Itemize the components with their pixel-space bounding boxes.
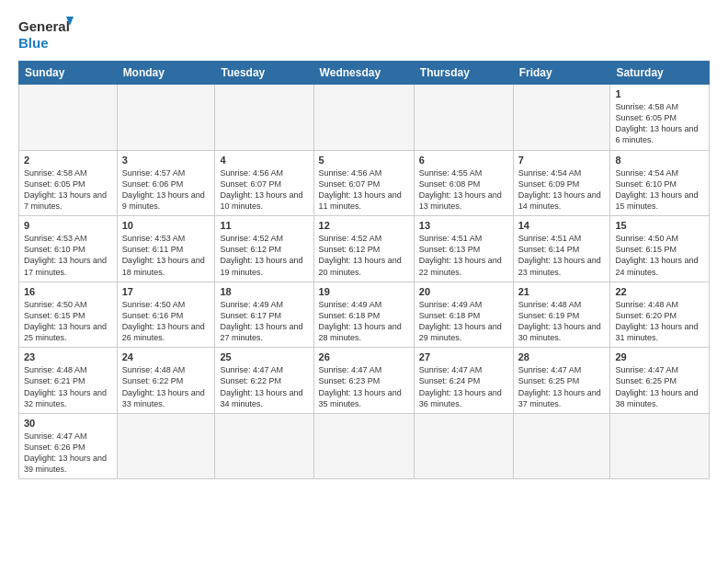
day-info: Sunrise: 4:49 AM Sunset: 6:18 PM Dayligh… [319, 299, 409, 344]
day-info: Sunrise: 4:56 AM Sunset: 6:07 PM Dayligh… [319, 167, 409, 213]
col-tuesday: Tuesday [215, 62, 313, 85]
day-info: Sunrise: 4:48 AM Sunset: 6:22 PM Dayligh… [122, 364, 210, 409]
table-row: 16Sunrise: 4:50 AM Sunset: 6:15 PM Dayli… [19, 282, 118, 348]
day-number: 17 [122, 286, 210, 297]
header: General Blue [18, 15, 710, 53]
day-info: Sunrise: 4:47 AM Sunset: 6:25 PM Dayligh… [615, 364, 704, 409]
day-number: 8 [615, 155, 704, 166]
day-info: Sunrise: 4:47 AM Sunset: 6:22 PM Dayligh… [220, 364, 308, 409]
table-row: 27Sunrise: 4:47 AM Sunset: 6:24 PM Dayli… [414, 348, 513, 414]
table-row [313, 85, 414, 151]
day-number: 15 [615, 220, 704, 231]
table-row [215, 85, 313, 151]
day-info: Sunrise: 4:47 AM Sunset: 6:23 PM Dayligh… [319, 364, 409, 409]
table-row: 28Sunrise: 4:47 AM Sunset: 6:25 PM Dayli… [513, 348, 610, 414]
table-row: 6Sunrise: 4:55 AM Sunset: 6:08 PM Daylig… [414, 150, 513, 216]
day-info: Sunrise: 4:54 AM Sunset: 6:10 PM Dayligh… [615, 167, 704, 213]
table-row: 1Sunrise: 4:58 AM Sunset: 6:05 PM Daylig… [610, 85, 710, 151]
table-row: 7Sunrise: 4:54 AM Sunset: 6:09 PM Daylig… [513, 150, 610, 216]
day-number: 13 [419, 220, 508, 231]
table-row: 14Sunrise: 4:51 AM Sunset: 6:14 PM Dayli… [513, 216, 610, 282]
table-row: 3Sunrise: 4:57 AM Sunset: 6:06 PM Daylig… [117, 150, 215, 216]
day-number: 20 [419, 286, 508, 297]
day-info: Sunrise: 4:54 AM Sunset: 6:09 PM Dayligh… [518, 167, 606, 213]
table-row: 30Sunrise: 4:47 AM Sunset: 6:26 PM Dayli… [19, 413, 118, 479]
day-info: Sunrise: 4:53 AM Sunset: 6:11 PM Dayligh… [122, 233, 210, 278]
day-number: 22 [615, 286, 704, 297]
table-row [513, 413, 610, 479]
day-info: Sunrise: 4:55 AM Sunset: 6:08 PM Dayligh… [419, 167, 508, 213]
table-row: 19Sunrise: 4:49 AM Sunset: 6:18 PM Dayli… [313, 282, 414, 348]
table-row [414, 413, 513, 479]
day-number: 24 [122, 351, 210, 362]
table-row [610, 413, 710, 479]
day-number: 25 [220, 351, 308, 362]
day-number: 14 [518, 220, 606, 231]
day-info: Sunrise: 4:48 AM Sunset: 6:19 PM Dayligh… [518, 299, 606, 344]
day-info: Sunrise: 4:51 AM Sunset: 6:14 PM Dayligh… [518, 233, 606, 278]
day-number: 5 [319, 155, 409, 166]
day-info: Sunrise: 4:58 AM Sunset: 6:05 PM Dayligh… [615, 101, 704, 146]
table-row [414, 85, 513, 151]
logo-svg: General Blue [18, 15, 74, 53]
day-number: 21 [518, 286, 606, 297]
day-number: 10 [122, 220, 210, 231]
day-number: 30 [24, 418, 112, 429]
table-row: 18Sunrise: 4:49 AM Sunset: 6:17 PM Dayli… [215, 282, 313, 348]
col-sunday: Sunday [19, 62, 118, 85]
day-number: 19 [319, 286, 409, 297]
table-row: 29Sunrise: 4:47 AM Sunset: 6:25 PM Dayli… [610, 348, 710, 414]
day-number: 28 [518, 351, 606, 362]
day-number: 4 [220, 155, 308, 166]
day-info: Sunrise: 4:50 AM Sunset: 6:15 PM Dayligh… [24, 299, 112, 344]
table-row [215, 413, 313, 479]
day-number: 11 [220, 220, 308, 231]
table-row: 17Sunrise: 4:50 AM Sunset: 6:16 PM Dayli… [117, 282, 215, 348]
day-info: Sunrise: 4:48 AM Sunset: 6:20 PM Dayligh… [615, 299, 704, 344]
table-row: 12Sunrise: 4:52 AM Sunset: 6:12 PM Dayli… [313, 216, 414, 282]
day-info: Sunrise: 4:56 AM Sunset: 6:07 PM Dayligh… [220, 167, 308, 213]
table-row [513, 85, 610, 151]
day-number: 23 [24, 351, 112, 362]
day-number: 3 [122, 155, 210, 166]
day-number: 16 [24, 286, 112, 297]
logo: General Blue [18, 15, 74, 53]
table-row: 5Sunrise: 4:56 AM Sunset: 6:07 PM Daylig… [313, 150, 414, 216]
table-row: 10Sunrise: 4:53 AM Sunset: 6:11 PM Dayli… [117, 216, 215, 282]
day-info: Sunrise: 4:52 AM Sunset: 6:12 PM Dayligh… [220, 233, 308, 278]
table-row: 22Sunrise: 4:48 AM Sunset: 6:20 PM Dayli… [610, 282, 710, 348]
day-info: Sunrise: 4:58 AM Sunset: 6:05 PM Dayligh… [24, 167, 112, 213]
day-info: Sunrise: 4:51 AM Sunset: 6:13 PM Dayligh… [419, 233, 508, 278]
table-row: 11Sunrise: 4:52 AM Sunset: 6:12 PM Dayli… [215, 216, 313, 282]
table-row [117, 85, 215, 151]
table-row: 24Sunrise: 4:48 AM Sunset: 6:22 PM Dayli… [117, 348, 215, 414]
day-info: Sunrise: 4:49 AM Sunset: 6:17 PM Dayligh… [220, 299, 308, 344]
svg-text:General: General [18, 18, 70, 34]
day-info: Sunrise: 4:47 AM Sunset: 6:25 PM Dayligh… [518, 364, 606, 409]
table-row: 9Sunrise: 4:53 AM Sunset: 6:10 PM Daylig… [19, 216, 118, 282]
table-row: 25Sunrise: 4:47 AM Sunset: 6:22 PM Dayli… [215, 348, 313, 414]
table-row: 26Sunrise: 4:47 AM Sunset: 6:23 PM Dayli… [313, 348, 414, 414]
day-number: 26 [319, 351, 409, 362]
day-info: Sunrise: 4:48 AM Sunset: 6:21 PM Dayligh… [24, 364, 112, 409]
table-row: 15Sunrise: 4:50 AM Sunset: 6:15 PM Dayli… [610, 216, 710, 282]
col-thursday: Thursday [414, 62, 513, 85]
day-number: 9 [24, 220, 112, 231]
day-number: 18 [220, 286, 308, 297]
table-row: 20Sunrise: 4:49 AM Sunset: 6:18 PM Dayli… [414, 282, 513, 348]
col-saturday: Saturday [610, 62, 710, 85]
col-wednesday: Wednesday [313, 62, 414, 85]
table-row [19, 85, 118, 151]
day-number: 6 [419, 155, 508, 166]
col-friday: Friday [513, 62, 610, 85]
day-number: 27 [419, 351, 508, 362]
day-info: Sunrise: 4:47 AM Sunset: 6:26 PM Dayligh… [24, 431, 112, 476]
day-number: 29 [615, 351, 704, 362]
table-row: 13Sunrise: 4:51 AM Sunset: 6:13 PM Dayli… [414, 216, 513, 282]
table-row [117, 413, 215, 479]
svg-text:Blue: Blue [18, 35, 49, 51]
day-number: 12 [319, 220, 409, 231]
day-info: Sunrise: 4:52 AM Sunset: 6:12 PM Dayligh… [319, 233, 409, 278]
day-info: Sunrise: 4:47 AM Sunset: 6:24 PM Dayligh… [419, 364, 508, 409]
table-row: 21Sunrise: 4:48 AM Sunset: 6:19 PM Dayli… [513, 282, 610, 348]
